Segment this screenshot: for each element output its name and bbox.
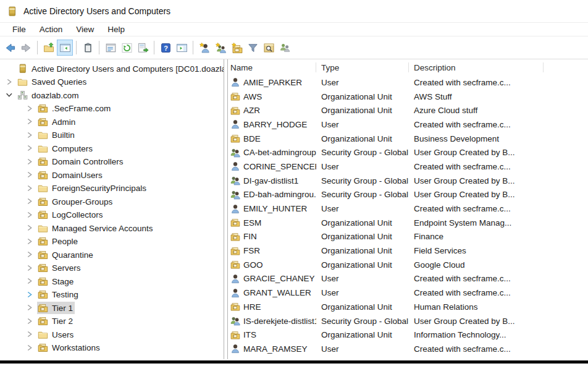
- tree-item-domain-controllers[interactable]: Domain Controllers: [0, 155, 224, 169]
- chevron-right-icon[interactable]: [25, 250, 33, 258]
- chevron-right-icon[interactable]: [25, 158, 33, 166]
- chevron-right-icon[interactable]: [25, 117, 33, 126]
- tree-item-managed-service-accounts[interactable]: Managed Service Accounts: [0, 221, 224, 235]
- list-row-grant-waller[interactable]: GRANT_WALLERUserCreated with secframe.c.…: [228, 286, 588, 300]
- menu-action[interactable]: Action: [33, 23, 70, 36]
- clipboard-button[interactable]: [80, 40, 96, 56]
- list-row-bde[interactable]: BDEOrganizational UnitBusiness Developme…: [228, 132, 588, 146]
- tree-item-logcollectors[interactable]: LogCollectors: [0, 208, 224, 222]
- list-row-goo[interactable]: GOOOrganizational UnitGoogle Cloud: [228, 258, 588, 272]
- chevron-right-icon[interactable]: [25, 104, 33, 113]
- chevron-right-icon[interactable]: [25, 237, 33, 245]
- chevron-right-icon[interactable]: [25, 224, 33, 232]
- tree-item-domainusers[interactable]: DomainUsers: [0, 168, 224, 182]
- list-row-aws[interactable]: AWSOrganizational UnitAWS Stuff: [228, 90, 588, 104]
- chevron-right-icon[interactable]: [25, 344, 33, 352]
- tree-item-tier-1[interactable]: Tier 1: [0, 301, 224, 315]
- list-row-barry-hodge[interactable]: BARRY_HODGEUserCreated with secframe.c..…: [228, 117, 588, 132]
- column-header-type[interactable]: Type: [316, 59, 409, 75]
- tree-item-users[interactable]: Users: [0, 328, 224, 341]
- up-one-level-button[interactable]: [41, 40, 57, 56]
- refresh-button[interactable]: [119, 40, 135, 56]
- item-name: BDE: [243, 134, 261, 143]
- menu-help[interactable]: Help: [101, 23, 132, 36]
- menu-view[interactable]: View: [69, 23, 101, 36]
- list-row-hre[interactable]: HREOrganizational UnitHuman Relations: [228, 300, 588, 314]
- tree-item-active-directory-users-and-computers-dc01-doazlab-com[interactable]: Active Directory Users and Computers [DC…: [0, 62, 224, 75]
- find-button[interactable]: [261, 40, 277, 56]
- help-button[interactable]: ?: [158, 40, 174, 56]
- chevron-right-icon[interactable]: [25, 184, 33, 192]
- chevron-down-icon[interactable]: [5, 91, 13, 99]
- tree-item-people[interactable]: People: [0, 235, 224, 249]
- tree-item-doazlab-com[interactable]: doazlab.com: [0, 88, 224, 102]
- list-row-emily-hunter[interactable]: EMILY_HUNTERUserCreated with secframe.c.…: [228, 202, 588, 216]
- list-row-is-derekjete-distlist1[interactable]: IS-derekjete-distlist1Security Group - G…: [228, 314, 588, 328]
- menu-file[interactable]: File: [6, 23, 33, 36]
- show-console-tree-button[interactable]: [57, 40, 73, 56]
- tree-item-workstations[interactable]: Workstations: [0, 341, 224, 355]
- item-name: ITS: [243, 330, 256, 339]
- column-header-description[interactable]: Description: [409, 59, 544, 75]
- item-name: FIN: [243, 232, 257, 241]
- export-list-button[interactable]: [135, 40, 151, 56]
- column-header-name[interactable]: Name: [228, 59, 316, 75]
- list-row-ed-bah-admingrou[interactable]: ED-bah-admingrou...Security Group - Glob…: [228, 188, 588, 202]
- chevron-right-icon[interactable]: [25, 144, 33, 152]
- new-ou-button[interactable]: [229, 40, 245, 56]
- tree-item-builtin[interactable]: Builtin: [0, 129, 224, 142]
- filter-button[interactable]: [245, 40, 261, 56]
- tree-item-admin[interactable]: Admin: [0, 115, 224, 129]
- list-row-ca-bet-admingroup1[interactable]: CA-bet-admingroup1Security Group - Globa…: [228, 145, 588, 160]
- list-row-its[interactable]: ITSOrganizational UnitInformation Techno…: [228, 328, 588, 342]
- list-row-esm[interactable]: ESMOrganizational UnitEndpoint System Ma…: [228, 216, 588, 230]
- tree-item-saved-queries[interactable]: Saved Queries: [0, 75, 224, 89]
- list-row-mara-ramsey[interactable]: MARA_RAMSEYUserCreated with secframe.c..…: [228, 342, 588, 356]
- list-pane: NameTypeDescription AMIE_PARKERUserCreat…: [227, 59, 588, 359]
- back-button[interactable]: [2, 40, 18, 56]
- tree-item-tier-2[interactable]: Tier 2: [0, 315, 224, 328]
- tree-item-foreignsecurityprincipals[interactable]: ForeignSecurityPrincipals: [0, 182, 224, 195]
- list-row-gracie-chaney[interactable]: GRACIE_CHANEYUserCreated with secframe.c…: [228, 272, 588, 286]
- list-row-fin[interactable]: FINOrganizational UnitFinance: [228, 230, 588, 244]
- item-description: Google Cloud: [409, 260, 544, 270]
- tree-item-stage[interactable]: Stage: [0, 274, 224, 288]
- tree-item-quarantine[interactable]: Quarantine: [0, 248, 224, 262]
- chevron-right-icon[interactable]: [25, 131, 33, 139]
- chevron-right-icon[interactable]: [25, 197, 33, 205]
- list-row-azr[interactable]: AZROrganizational UnitAzure Cloud stuff: [228, 103, 588, 117]
- chevron-right-icon[interactable]: [25, 171, 33, 179]
- forward-button[interactable]: [18, 40, 34, 56]
- chevron-right-icon[interactable]: [25, 330, 33, 338]
- tree-item-secframe-com[interactable]: .SecFrame.com: [0, 102, 224, 116]
- item-description: AWS Stuff: [409, 92, 544, 101]
- item-name: AMIE_PARKER: [243, 78, 302, 87]
- chevron-right-icon[interactable]: [25, 291, 33, 299]
- new-group-button[interactable]: [212, 40, 229, 56]
- chevron-right-icon[interactable]: [25, 317, 33, 325]
- user-icon: [230, 161, 240, 171]
- chevron-right-icon[interactable]: [5, 78, 13, 86]
- action-pane-button[interactable]: [174, 40, 190, 56]
- list-row-fsr[interactable]: FSROrganizational UnitField Services: [228, 244, 588, 258]
- tree-item-computers[interactable]: Computers: [0, 142, 224, 155]
- list-row-corine-spencer[interactable]: CORINE_SPENCERUserCreated with secframe.…: [228, 160, 588, 174]
- item-type: Organizational Unit: [316, 106, 409, 115]
- tree-item-grouper-groups[interactable]: Grouper-Groups: [0, 195, 224, 208]
- new-user-button[interactable]: [196, 40, 212, 56]
- chevron-right-icon[interactable]: [25, 264, 33, 272]
- chevron-right-icon[interactable]: [25, 277, 33, 285]
- find-icon: [263, 42, 275, 54]
- toolbar-separator: [76, 41, 77, 54]
- list-row-di-gav-distlist1[interactable]: DI-gav-distlist1Security Group - GlobalU…: [228, 174, 588, 188]
- tree-item-testing[interactable]: Testing: [0, 288, 224, 302]
- group-members-button[interactable]: [277, 40, 293, 56]
- ou-icon: [230, 246, 240, 256]
- properties-window-button[interactable]: [103, 40, 119, 56]
- chevron-right-icon[interactable]: [25, 211, 33, 219]
- chevron-right-icon[interactable]: [25, 304, 33, 312]
- item-type: Security Group - Global: [316, 317, 409, 326]
- tree-item-servers[interactable]: Servers: [0, 262, 224, 275]
- list-row-amie-parker[interactable]: AMIE_PARKERUserCreated with secframe.c..…: [228, 75, 588, 90]
- item-name-cell: AZR: [228, 106, 316, 116]
